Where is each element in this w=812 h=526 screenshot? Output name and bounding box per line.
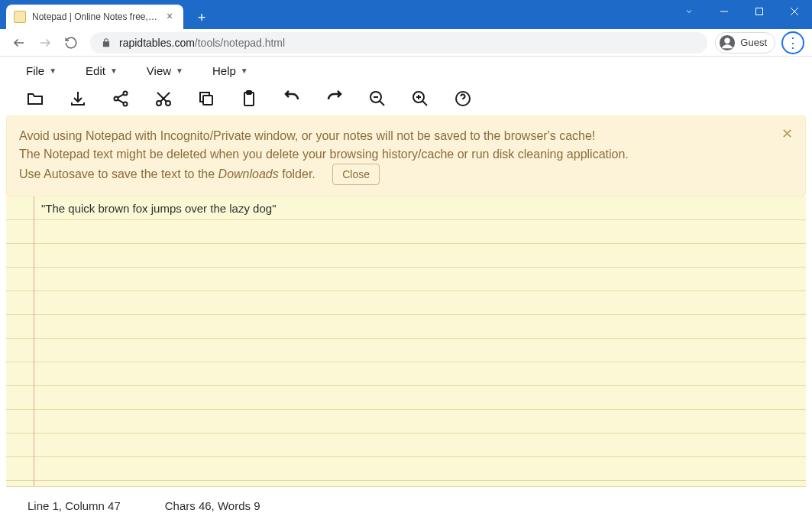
menubar: File▼ Edit▼ View▼ Help▼ [0,57,812,85]
status-chars-words: Chars 46, Words 9 [165,499,260,512]
svg-rect-1 [756,8,763,15]
alert-line1: Avoid using Notepad with Incognito/Priva… [19,127,775,145]
caret-down-icon: ▼ [176,67,183,75]
menu-edit[interactable]: Edit▼ [82,61,121,80]
download-icon[interactable] [69,89,87,108]
svg-point-7 [725,37,730,43]
new-tab-button[interactable]: + [191,7,212,28]
close-window-icon[interactable] [777,0,812,23]
menu-file[interactable]: File▼ [23,61,60,80]
toolbar [0,85,812,115]
dismiss-alert-icon[interactable]: ✕ [781,125,793,142]
caret-down-icon: ▼ [110,67,118,75]
svg-rect-17 [203,96,212,105]
alert-line2: The Notepad text might be deleted when y… [19,145,775,164]
status-bar: Line 1, Column 47 Chars 46, Words 9 [0,495,812,520]
folder-open-icon[interactable] [26,89,44,108]
editor-line[interactable] [6,386,806,410]
caret-down-icon: ▼ [49,67,57,75]
profile-label: Guest [740,37,767,48]
zoom-in-icon[interactable] [411,89,429,108]
editor-line[interactable] [6,410,806,433]
undo-icon[interactable] [283,89,301,108]
share-icon[interactable] [112,89,130,108]
profile-chip[interactable]: Guest [715,32,775,54]
close-tab-icon[interactable]: × [163,11,176,23]
address-bar: rapidtables.com/tools/notepad.html Guest… [0,29,812,57]
kebab-menu-icon[interactable]: ⋮ [781,31,804,54]
editor-line[interactable] [6,433,806,457]
copy-icon[interactable] [197,89,215,108]
help-icon[interactable] [454,89,472,108]
menu-view[interactable]: View▼ [144,61,186,80]
svg-line-21 [380,101,384,106]
editor-line[interactable] [6,457,806,481]
editor-line[interactable] [6,339,806,362]
editor-lines: "The quick brown fox jumps over the lazy… [6,196,806,481]
avatar-icon [719,34,736,51]
paste-icon[interactable] [240,89,258,108]
forward-icon[interactable] [34,31,57,54]
editor-area[interactable]: "The quick brown fox jumps over the lazy… [6,196,806,487]
redo-icon[interactable] [325,89,344,108]
zoom-out-icon[interactable] [368,89,387,108]
maximize-icon[interactable] [742,0,777,23]
reload-icon[interactable] [60,31,82,54]
notepad-favicon-icon [14,11,26,23]
tab-title: Notepad | Online Notes free, no [32,11,157,22]
close-alert-button[interactable]: Close [332,164,380,185]
cut-icon[interactable] [154,89,173,108]
caret-down-icon: ▼ [241,67,248,75]
url-text: rapidtables.com/tools/notepad.html [119,37,285,49]
window-controls [671,0,812,23]
tab-strip: Notepad | Online Notes free, no × + [0,0,212,29]
url-input[interactable]: rapidtables.com/tools/notepad.html [90,32,707,54]
margin-line [34,196,34,486]
editor-line[interactable] [6,220,806,244]
editor-line[interactable] [6,315,806,339]
svg-point-9 [115,97,118,101]
svg-line-11 [118,94,123,97]
svg-point-10 [124,102,128,106]
lock-icon [101,37,112,48]
svg-line-24 [422,101,427,106]
svg-line-12 [118,99,123,102]
editor-line[interactable] [6,362,806,386]
minimize-icon[interactable] [707,0,742,23]
status-line-col: Line 1, Column 47 [27,499,121,512]
menu-help[interactable]: Help▼ [209,61,251,80]
warning-alert: ✕ Avoid using Notepad with Incognito/Pri… [6,115,806,196]
back-icon[interactable] [8,31,31,54]
window-titlebar: Notepad | Online Notes free, no × + [0,0,812,29]
chevron-down-icon[interactable] [671,0,707,23]
page-viewport[interactable]: File▼ Edit▼ View▼ Help▼ ✕ Avoid using No… [0,57,812,526]
editor-line[interactable] [6,268,806,291]
browser-tab[interactable]: Notepad | Online Notes free, no × [6,5,183,29]
svg-point-8 [124,92,128,96]
editor-line[interactable] [6,244,806,268]
editor-line[interactable]: "The quick brown fox jumps over the lazy… [6,196,806,220]
editor-line[interactable] [6,291,806,315]
alert-line3: Use Autosave to save the text to the Dow… [19,164,775,185]
